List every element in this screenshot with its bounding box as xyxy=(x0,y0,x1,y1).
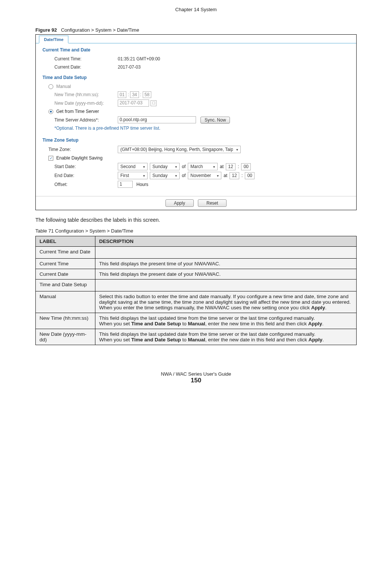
radio-manual[interactable] xyxy=(48,84,53,89)
th-label: LABEL xyxy=(36,236,95,247)
footer-page-number: 150 xyxy=(35,377,357,384)
description-table: LABEL DESCRIPTION Current Time and DateC… xyxy=(35,236,357,345)
tab-date-time[interactable]: Date/Time xyxy=(39,35,69,44)
start-day-dropdown[interactable]: Sunday ▾ xyxy=(150,163,180,170)
chevron-down-icon: ▾ xyxy=(211,164,216,169)
section-current-time-date: Current Time and Date xyxy=(36,44,356,55)
apply-button[interactable]: Apply xyxy=(165,199,194,207)
figure-title: Configuration > System > Date/Time xyxy=(61,27,139,33)
current-date-value: 2017-07-03 xyxy=(118,64,140,70)
start-ordinal-dropdown[interactable]: Second ▾ xyxy=(118,163,148,170)
page-footer: NWA / WAC Series User's Guide 150 xyxy=(35,371,357,384)
td-description: This field displays the last updated dat… xyxy=(95,329,357,345)
new-date-input[interactable]: 2017-07-03 xyxy=(118,100,149,107)
time-server-address-label: Time Server Address*: xyxy=(54,117,118,123)
optional-note: *Optional. There is a pre-defined NTP ti… xyxy=(36,124,356,134)
chevron-down-icon: ▾ xyxy=(141,173,146,178)
td-label: Time and Date Setup xyxy=(36,280,95,291)
td-label: Current Time xyxy=(36,259,95,269)
chevron-down-icon: ▾ xyxy=(234,147,240,152)
td-description xyxy=(95,247,357,259)
reset-button[interactable]: Reset xyxy=(198,199,227,207)
th-description: DESCRIPTION xyxy=(95,236,357,247)
sync-now-button[interactable]: Sync. Now xyxy=(200,117,230,123)
time-zone-value: (GMT+08:00) Beijing, Hong Kong, Perth, S… xyxy=(120,147,233,152)
start-min-input[interactable]: 00 xyxy=(241,163,251,170)
new-time-ss[interactable]: 58 xyxy=(143,91,151,98)
chevron-down-icon: ▾ xyxy=(215,173,220,178)
calendar-icon[interactable]: ☐ xyxy=(151,100,157,106)
at-text: at xyxy=(224,173,227,178)
start-month-dropdown[interactable]: March ▾ xyxy=(188,163,218,170)
start-date-label: Start Date: xyxy=(54,164,118,169)
time-zone-dropdown[interactable]: (GMT+08:00) Beijing, Hong Kong, Perth, S… xyxy=(118,146,241,153)
new-time-mm[interactable]: 34 xyxy=(130,91,139,98)
offset-label: Offset: xyxy=(54,182,118,187)
at-text: at xyxy=(220,164,224,169)
offset-unit: Hours xyxy=(136,182,148,187)
end-month-dropdown[interactable]: November ▾ xyxy=(188,172,221,179)
radio-time-server[interactable] xyxy=(48,109,53,114)
new-time-label: New Time (hh:mm:ss): xyxy=(54,92,118,97)
current-time-value: 01:35:21 GMT+09:00 xyxy=(118,56,160,61)
table-row: Current TimeThis field displays the pres… xyxy=(36,259,357,269)
td-label: Manual xyxy=(36,291,95,313)
chevron-down-icon: ▾ xyxy=(141,164,146,169)
table-row: ManualSelect this radio button to enter … xyxy=(36,291,357,313)
time-zone-label: Time Zone: xyxy=(48,147,118,152)
table-row: New Date (yyyy-mm-dd)This field displays… xyxy=(36,329,357,345)
bottom-button-bar: Apply Reset xyxy=(36,196,356,210)
table-row: New Time (hh:mm:ss)This field displays t… xyxy=(36,313,357,329)
offset-input[interactable]: 1 xyxy=(118,181,133,188)
td-description: This field displays the last updated tim… xyxy=(95,313,357,329)
section-time-date-setup: Time and Date Setup xyxy=(36,71,356,82)
td-label: New Time (hh:mm:ss) xyxy=(36,313,95,329)
chevron-down-icon: ▾ xyxy=(173,173,178,178)
figure-label: Figure 92 xyxy=(35,27,57,33)
end-hour-input[interactable]: 12 xyxy=(230,172,239,179)
td-description xyxy=(95,280,357,291)
end-ordinal-dropdown[interactable]: First ▾ xyxy=(118,172,148,179)
end-date-label: End Date: xyxy=(54,173,118,178)
td-description: This field displays the present time of … xyxy=(95,259,357,269)
table-row: Current Time and Date xyxy=(36,247,357,259)
table-row: Time and Date Setup xyxy=(36,280,357,291)
current-date-label: Current Date: xyxy=(54,64,118,70)
time-server-address-input[interactable]: 0.pool.ntp.org xyxy=(118,116,196,123)
chapter-header: Chapter 14 System xyxy=(35,7,357,12)
td-label: Current Time and Date xyxy=(36,247,95,259)
of-text: of xyxy=(182,173,186,178)
enable-dst-checkbox[interactable]: ✓ xyxy=(48,156,53,161)
td-label: New Date (yyyy-mm-dd) xyxy=(36,329,95,345)
radio-time-server-label: Get from Time Server xyxy=(56,109,99,114)
table-row: Current DateThis field displays the pres… xyxy=(36,269,357,280)
td-label: Current Date xyxy=(36,269,95,280)
current-time-label: Current Time: xyxy=(54,56,118,61)
end-min-input[interactable]: 00 xyxy=(245,172,255,179)
figure-caption: Figure 92 Configuration > System > Date/… xyxy=(35,27,357,33)
intro-text: The following table describes the labels… xyxy=(35,217,357,223)
td-description: This field displays the present date of … xyxy=(95,269,357,280)
end-day-dropdown[interactable]: Sunday ▾ xyxy=(150,172,180,179)
new-time-hh[interactable]: 01 xyxy=(118,91,126,98)
start-hour-input[interactable]: 12 xyxy=(226,163,235,170)
new-date-label: New Date (yyyy-mm-dd): xyxy=(54,101,118,106)
td-description: Select this radio button to enter the ti… xyxy=(95,291,357,313)
screenshot-figure: Date/Time Current Time and Date Current … xyxy=(35,34,357,210)
enable-dst-label: Enable Daylight Saving xyxy=(56,155,102,161)
table-caption: Table 71 Configuration > System > Date/T… xyxy=(35,228,357,234)
footer-guide-title: NWA / WAC Series User's Guide xyxy=(35,371,357,377)
section-time-zone-setup: Time Zone Setup xyxy=(36,134,356,145)
of-text: of xyxy=(182,164,186,169)
tab-bar: Date/Time xyxy=(36,35,356,44)
radio-manual-label: Manual xyxy=(56,84,71,89)
chevron-down-icon: ▾ xyxy=(173,164,178,169)
